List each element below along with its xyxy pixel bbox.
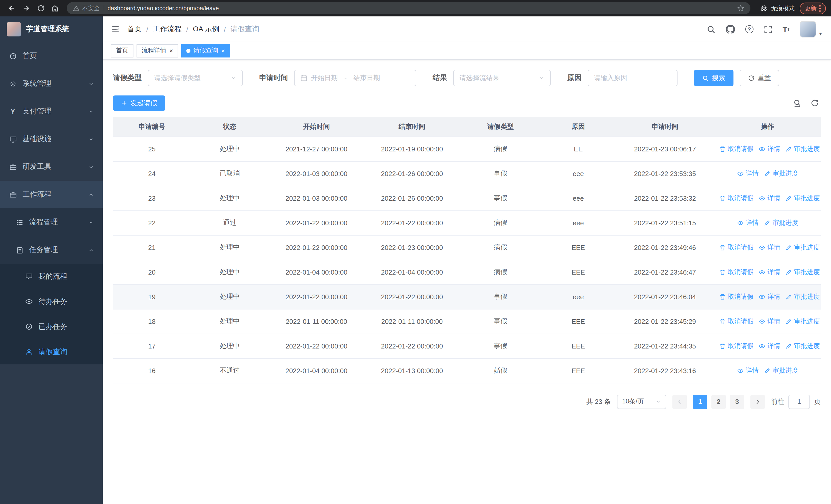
col-reason: 原因 [541,117,616,137]
back-icon[interactable] [5,2,19,15]
sidebar-item-leave-query[interactable]: 请假查询 [0,339,103,364]
page-size-select[interactable]: 10条/页 [617,394,666,409]
page-button-3[interactable]: 3 [730,394,744,409]
user-menu[interactable]: ▼ [800,21,823,37]
page-button-2[interactable]: 2 [711,394,726,409]
url-bar[interactable]: 不安全 dashboard.yudao.iocoder.cn/bpm/oa/le… [67,2,750,14]
search-icon[interactable] [707,25,716,34]
cancel-leave-link[interactable]: 取消请假 [719,292,753,301]
row-actions: 取消请假详情审批进度 [715,334,821,358]
detail-link[interactable]: 详情 [758,243,780,252]
sidebar-item-infra[interactable]: 基础设施 [0,125,103,153]
approval-progress-link[interactable]: 审批进度 [785,292,820,301]
reason-cell: eee [541,161,616,186]
breadcrumb-item[interactable]: OA 示例 [193,25,220,34]
prev-page-button[interactable] [672,394,687,409]
reset-button[interactable]: 重置 [740,70,779,86]
reason-cell: EEE [541,309,616,334]
trash-icon [719,195,726,202]
sidebar-item-workflow[interactable]: 工作流程 [0,181,103,208]
sidebar-item-home[interactable]: 首页 [0,42,103,70]
breadcrumb-item[interactable]: 首页 [127,25,142,34]
hamburger-icon[interactable] [111,25,120,34]
cancel-leave-link[interactable]: 取消请假 [719,194,753,203]
approval-progress-link[interactable]: 审批进度 [785,194,820,203]
cancel-leave-link[interactable]: 取消请假 [719,145,753,153]
leave-type-select[interactable]: 请选择请假类型 [148,70,243,86]
star-icon[interactable] [737,5,744,12]
sidebar-item-done-tasks[interactable]: 已办任务 [0,314,103,339]
detail-link[interactable]: 详情 [758,145,780,153]
help-icon[interactable]: ? [745,25,753,33]
refresh-icon[interactable] [810,99,819,107]
search-button[interactable]: 搜索 [694,70,734,86]
detail-link[interactable]: 详情 [737,366,758,375]
filter-result: 结果 请选择流结果 [433,70,551,86]
sidebar-item-label: 请假查询 [38,347,67,356]
next-page-button[interactable] [750,394,765,409]
date-range-picker[interactable]: 开始日期 - 结束日期 [294,70,416,86]
page-button-1[interactable]: 1 [693,394,707,409]
url-text[interactable]: dashboard.yudao.iocoder.cn/bpm/oa/leave [108,5,734,11]
page-unit-label: 页 [814,397,821,406]
approval-progress-link[interactable]: 审批进度 [785,268,820,276]
result-select[interactable]: 请选择流结果 [453,70,551,86]
sidebar-item-my-process[interactable]: 我的流程 [0,264,103,289]
status-cell: 处理中 [191,284,268,309]
update-button[interactable]: 更新 [800,2,826,14]
input-placeholder: 请输入原因 [594,73,627,83]
application-id-cell: 16 [113,358,191,383]
cancel-leave-link[interactable]: 取消请假 [719,317,753,326]
cancel-leave-link-label: 取消请假 [728,292,753,301]
approval-progress-link[interactable]: 审批进度 [785,317,820,326]
security-chip[interactable]: 不安全 [73,4,100,12]
font-size-icon[interactable]: TT [783,25,790,34]
fullscreen-icon[interactable] [764,25,773,34]
detail-link[interactable]: 详情 [737,169,758,178]
breadcrumb-item[interactable]: 工作流程 [153,25,182,34]
tab-process-detail[interactable]: 流程详情 × [137,44,178,57]
close-icon[interactable]: × [169,48,173,54]
sidebar-item-label: 流程管理 [29,217,58,227]
sidebar-item-process-mgmt[interactable]: 流程管理 [0,208,103,236]
breadcrumb-separator: / [224,25,226,33]
goto-page-input[interactable] [789,394,810,409]
detail-link[interactable]: 详情 [758,342,780,350]
approval-progress-link[interactable]: 审批进度 [764,366,798,375]
leave-type-cell: 事假 [460,161,541,186]
hide-search-icon[interactable] [793,99,801,107]
approval-progress-link[interactable]: 审批进度 [785,342,820,350]
approval-progress-link[interactable]: 审批进度 [785,145,820,153]
cancel-leave-link[interactable]: 取消请假 [719,342,753,350]
detail-link[interactable]: 详情 [758,292,780,301]
reload-icon[interactable] [34,2,47,15]
tab-home[interactable]: 首页 [111,44,134,57]
github-icon[interactable] [726,25,735,34]
incognito-icon [760,4,768,12]
home-icon[interactable] [48,2,62,15]
sidebar-item-system[interactable]: 系统管理 [0,70,103,97]
approval-progress-link[interactable]: 审批进度 [764,169,798,178]
detail-link[interactable]: 详情 [758,194,780,203]
cancel-leave-link[interactable]: 取消请假 [719,268,753,276]
detail-link[interactable]: 详情 [758,317,780,326]
page-size-value: 10条/页 [622,397,644,406]
close-icon[interactable]: × [221,48,225,54]
chevron-down-icon [230,75,237,81]
approval-progress-link[interactable]: 审批进度 [785,243,820,252]
create-leave-button[interactable]: 发起请假 [113,95,165,111]
start-time-cell: 2022-01-04 00:00:00 [269,260,364,284]
reason-cell: EE [541,137,616,161]
tab-leave-query[interactable]: 请假查询 × [181,44,230,57]
detail-link[interactable]: 详情 [758,268,780,276]
cancel-leave-link[interactable]: 取消请假 [719,243,753,252]
sidebar-item-task-mgmt[interactable]: 任务管理 [0,236,103,264]
forward-icon[interactable] [20,2,33,15]
reason-input[interactable]: 请输入原因 [588,70,678,86]
approval-progress-link[interactable]: 审批进度 [764,218,798,227]
sidebar-item-todo-tasks[interactable]: 待办任务 [0,289,103,314]
sidebar-item-devtools[interactable]: 研发工具 [0,153,103,181]
sidebar-item-payment[interactable]: ¥ 支付管理 [0,97,103,125]
app-logo[interactable]: 芋道管理系统 [0,17,103,42]
detail-link[interactable]: 详情 [737,218,758,227]
